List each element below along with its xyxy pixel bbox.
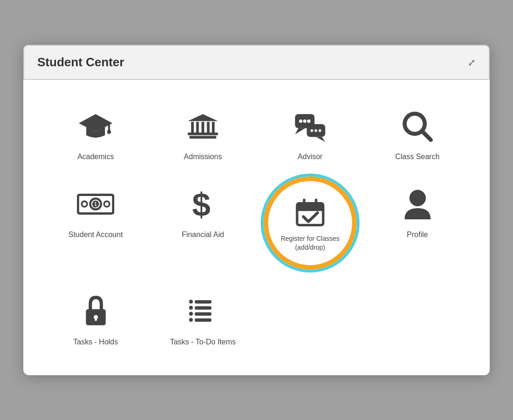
svg-text:1: 1: [94, 202, 97, 207]
profile-icon: [399, 186, 436, 223]
student-account-icon: $ 1: [77, 186, 114, 223]
svg-line-25: [422, 131, 431, 140]
svg-rect-42: [194, 300, 211, 303]
menu-item-tasks-todo[interactable]: Tasks - To-Do Items: [149, 279, 256, 357]
financial-aid-icon: $: [184, 186, 222, 223]
register-label: Register for Classes(add/drop): [281, 234, 340, 251]
academics-icon: [77, 108, 114, 145]
svg-rect-45: [194, 318, 211, 322]
menu-item-register[interactable]: Register for Classes(add/drop): [256, 172, 364, 279]
svg-point-5: [107, 130, 111, 134]
svg-marker-15: [295, 128, 305, 134]
svg-point-49: [189, 318, 193, 322]
svg-point-38: [409, 189, 425, 206]
svg-rect-35: [297, 203, 323, 211]
menu-item-class-search[interactable]: Class Search: [364, 94, 471, 171]
class-search-label: Class Search: [395, 152, 439, 162]
financial-aid-label: Financial Aid: [182, 230, 224, 240]
svg-point-18: [299, 119, 302, 123]
svg-point-23: [319, 129, 321, 132]
menu-item-admissions[interactable]: Admissions: [149, 94, 256, 171]
modal-title: Student Center: [37, 55, 124, 70]
svg-point-48: [189, 312, 193, 315]
svg-point-30: [104, 201, 110, 207]
menu-item-academics[interactable]: Academics: [42, 94, 149, 171]
expand-icon[interactable]: ⤢: [468, 57, 476, 68]
svg-marker-13: [188, 114, 218, 121]
svg-rect-43: [194, 306, 211, 309]
svg-rect-9: [196, 122, 199, 133]
svg-rect-11: [207, 122, 210, 133]
register-circle[interactable]: Register for Classes(add/drop): [263, 176, 357, 270]
svg-point-47: [189, 306, 193, 309]
register-icon: [291, 194, 329, 231]
svg-point-21: [311, 129, 313, 132]
tasks-todo-label: Tasks - To-Do Items: [170, 337, 236, 347]
svg-point-20: [307, 119, 311, 123]
menu-item-advisor[interactable]: Advisor: [256, 94, 364, 171]
svg-rect-8: [191, 122, 194, 133]
svg-point-19: [303, 119, 306, 123]
svg-point-46: [189, 300, 193, 303]
svg-marker-17: [316, 137, 325, 142]
svg-rect-6: [189, 136, 216, 139]
svg-point-29: [82, 201, 87, 207]
svg-rect-44: [194, 312, 211, 315]
advisor-icon: [291, 108, 329, 145]
menu-item-profile[interactable]: Profile: [364, 172, 471, 279]
admissions-icon: [184, 108, 222, 145]
menu-grid: Academics Admissions: [23, 84, 490, 357]
svg-rect-12: [212, 122, 215, 133]
tasks-holds-label: Tasks - Holds: [73, 337, 118, 347]
profile-label: Profile: [407, 230, 428, 240]
modal-header: Student Center ⤢: [23, 45, 490, 80]
svg-marker-3: [79, 114, 112, 132]
menu-item-student-account[interactable]: $ 1 Student Account: [42, 172, 149, 279]
menu-item-financial-aid[interactable]: $ Financial Aid: [149, 172, 256, 279]
tasks-holds-icon: [77, 293, 114, 330]
tasks-todo-icon: [184, 293, 222, 330]
svg-text:$: $: [192, 187, 210, 222]
student-account-label: Student Account: [69, 230, 123, 240]
menu-item-tasks-holds[interactable]: Tasks - Holds: [42, 279, 149, 357]
svg-point-22: [314, 129, 317, 132]
class-search-icon: [399, 108, 436, 145]
admissions-label: Admissions: [184, 152, 222, 162]
svg-rect-41: [95, 317, 97, 321]
academics-label: Academics: [77, 152, 114, 162]
advisor-label: Advisor: [298, 152, 322, 162]
student-center-modal: Student Center ⤢ Academics: [23, 45, 490, 375]
svg-rect-10: [201, 122, 204, 133]
